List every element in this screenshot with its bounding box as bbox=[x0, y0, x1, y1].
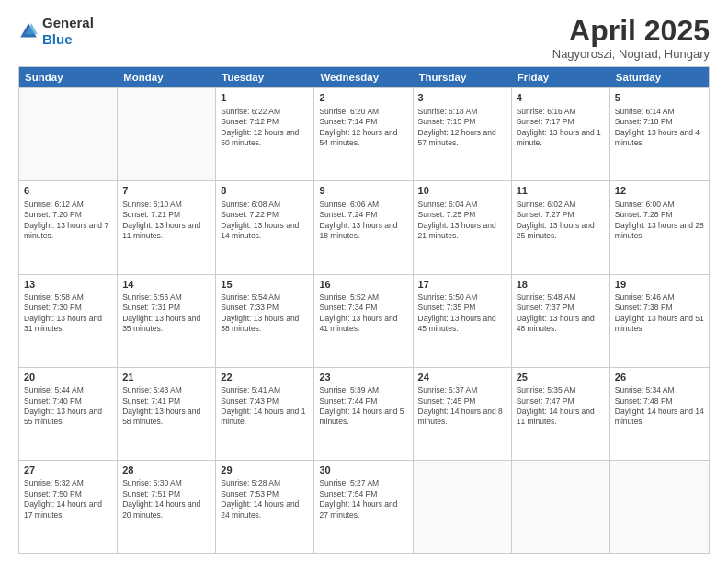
header: General Blue April 2025 Nagyoroszi, Nogr… bbox=[18, 15, 710, 61]
day-number: 18 bbox=[517, 278, 605, 292]
calendar-header-day: Sunday bbox=[19, 67, 118, 87]
calendar-cell: 26Sunrise: 5:34 AM Sunset: 7:48 PM Dayli… bbox=[610, 368, 709, 460]
cell-text: Sunrise: 5:34 AM Sunset: 7:48 PM Dayligh… bbox=[615, 385, 704, 428]
day-number: 2 bbox=[319, 91, 407, 105]
cell-text: Sunrise: 5:28 AM Sunset: 7:53 PM Dayligh… bbox=[221, 478, 309, 521]
calendar-cell: 14Sunrise: 5:56 AM Sunset: 7:31 PM Dayli… bbox=[118, 275, 216, 367]
logo: General Blue bbox=[18, 15, 94, 48]
calendar-header-day: Monday bbox=[118, 67, 216, 87]
calendar-cell: 7Sunrise: 6:10 AM Sunset: 7:21 PM Daylig… bbox=[118, 181, 216, 273]
day-number: 10 bbox=[418, 184, 506, 198]
day-number: 19 bbox=[615, 278, 704, 292]
day-number: 8 bbox=[221, 184, 309, 198]
location-subtitle: Nagyoroszi, Nograd, Hungary bbox=[552, 47, 710, 61]
cell-text: Sunrise: 5:44 AM Sunset: 7:40 PM Dayligh… bbox=[24, 385, 112, 428]
cell-text: Sunrise: 6:22 AM Sunset: 7:12 PM Dayligh… bbox=[221, 107, 309, 149]
calendar-row: 27Sunrise: 5:32 AM Sunset: 7:50 PM Dayli… bbox=[19, 460, 709, 553]
calendar-cell: 21Sunrise: 5:43 AM Sunset: 7:41 PM Dayli… bbox=[118, 368, 216, 460]
day-number: 25 bbox=[517, 371, 605, 385]
title-block: April 2025 Nagyoroszi, Nograd, Hungary bbox=[552, 15, 710, 61]
day-number: 9 bbox=[319, 184, 407, 198]
calendar-cell: 20Sunrise: 5:44 AM Sunset: 7:40 PM Dayli… bbox=[19, 368, 118, 460]
calendar-cell: 18Sunrise: 5:48 AM Sunset: 7:37 PM Dayli… bbox=[512, 275, 610, 367]
calendar-cell: 30Sunrise: 5:27 AM Sunset: 7:54 PM Dayli… bbox=[314, 461, 413, 553]
calendar-cell: 13Sunrise: 5:58 AM Sunset: 7:30 PM Dayli… bbox=[19, 275, 118, 367]
cell-text: Sunrise: 5:52 AM Sunset: 7:34 PM Dayligh… bbox=[319, 293, 407, 335]
month-title: April 2025 bbox=[552, 15, 710, 47]
calendar-cell bbox=[118, 88, 216, 180]
day-number: 28 bbox=[122, 464, 210, 477]
calendar-header-day: Thursday bbox=[414, 67, 512, 87]
cell-text: Sunrise: 5:43 AM Sunset: 7:41 PM Dayligh… bbox=[122, 385, 210, 428]
calendar-cell: 5Sunrise: 6:14 AM Sunset: 7:18 PM Daylig… bbox=[610, 88, 709, 180]
logo-blue: Blue bbox=[42, 31, 73, 47]
calendar-row: 1Sunrise: 6:22 AM Sunset: 7:12 PM Daylig… bbox=[19, 87, 709, 180]
calendar-body: 1Sunrise: 6:22 AM Sunset: 7:12 PM Daylig… bbox=[19, 87, 709, 553]
calendar-cell: 8Sunrise: 6:08 AM Sunset: 7:22 PM Daylig… bbox=[216, 181, 314, 273]
calendar-row: 20Sunrise: 5:44 AM Sunset: 7:40 PM Dayli… bbox=[19, 367, 709, 460]
cell-text: Sunrise: 6:08 AM Sunset: 7:22 PM Dayligh… bbox=[221, 200, 309, 242]
cell-text: Sunrise: 5:54 AM Sunset: 7:33 PM Dayligh… bbox=[221, 293, 309, 335]
calendar-cell: 4Sunrise: 6:16 AM Sunset: 7:17 PM Daylig… bbox=[512, 88, 610, 180]
calendar-cell: 3Sunrise: 6:18 AM Sunset: 7:15 PM Daylig… bbox=[414, 88, 512, 180]
cell-text: Sunrise: 5:41 AM Sunset: 7:43 PM Dayligh… bbox=[221, 385, 309, 428]
cell-text: Sunrise: 6:02 AM Sunset: 7:27 PM Dayligh… bbox=[517, 200, 605, 242]
calendar-header-day: Wednesday bbox=[314, 67, 413, 87]
calendar-cell: 29Sunrise: 5:28 AM Sunset: 7:53 PM Dayli… bbox=[216, 461, 314, 553]
cell-text: Sunrise: 6:00 AM Sunset: 7:28 PM Dayligh… bbox=[615, 200, 704, 242]
day-number: 3 bbox=[418, 91, 506, 105]
calendar-row: 6Sunrise: 6:12 AM Sunset: 7:20 PM Daylig… bbox=[19, 180, 709, 273]
cell-text: Sunrise: 5:37 AM Sunset: 7:45 PM Dayligh… bbox=[418, 385, 506, 428]
cell-text: Sunrise: 5:27 AM Sunset: 7:54 PM Dayligh… bbox=[319, 478, 407, 521]
calendar-cell bbox=[610, 461, 709, 553]
calendar-cell: 19Sunrise: 5:46 AM Sunset: 7:38 PM Dayli… bbox=[610, 275, 709, 367]
cell-text: Sunrise: 5:39 AM Sunset: 7:44 PM Dayligh… bbox=[319, 385, 407, 428]
day-number: 24 bbox=[418, 371, 506, 385]
calendar-cell bbox=[414, 461, 512, 553]
day-number: 11 bbox=[517, 184, 605, 198]
calendar-cell: 15Sunrise: 5:54 AM Sunset: 7:33 PM Dayli… bbox=[216, 275, 314, 367]
cell-text: Sunrise: 5:46 AM Sunset: 7:38 PM Dayligh… bbox=[615, 293, 704, 335]
calendar-cell: 25Sunrise: 5:35 AM Sunset: 7:47 PM Dayli… bbox=[512, 368, 610, 460]
cell-text: Sunrise: 5:48 AM Sunset: 7:37 PM Dayligh… bbox=[517, 293, 605, 335]
calendar-cell: 16Sunrise: 5:52 AM Sunset: 7:34 PM Dayli… bbox=[314, 275, 413, 367]
calendar-cell: 10Sunrise: 6:04 AM Sunset: 7:25 PM Dayli… bbox=[414, 181, 512, 273]
day-number: 12 bbox=[615, 184, 704, 198]
calendar-cell: 12Sunrise: 6:00 AM Sunset: 7:28 PM Dayli… bbox=[610, 181, 709, 273]
day-number: 22 bbox=[221, 371, 309, 385]
cell-text: Sunrise: 6:04 AM Sunset: 7:25 PM Dayligh… bbox=[418, 200, 506, 242]
calendar-row: 13Sunrise: 5:58 AM Sunset: 7:30 PM Dayli… bbox=[19, 274, 709, 367]
day-number: 15 bbox=[221, 278, 309, 292]
cell-text: Sunrise: 6:20 AM Sunset: 7:14 PM Dayligh… bbox=[319, 107, 407, 149]
calendar-cell: 2Sunrise: 6:20 AM Sunset: 7:14 PM Daylig… bbox=[314, 88, 413, 180]
day-number: 13 bbox=[24, 278, 112, 292]
logo-icon bbox=[18, 21, 39, 41]
day-number: 1 bbox=[221, 91, 309, 105]
cell-text: Sunrise: 5:58 AM Sunset: 7:30 PM Dayligh… bbox=[24, 293, 112, 335]
calendar-cell: 28Sunrise: 5:30 AM Sunset: 7:51 PM Dayli… bbox=[118, 461, 216, 553]
day-number: 29 bbox=[221, 464, 309, 477]
calendar-cell: 17Sunrise: 5:50 AM Sunset: 7:35 PM Dayli… bbox=[414, 275, 512, 367]
day-number: 17 bbox=[418, 278, 506, 292]
calendar-header-day: Tuesday bbox=[216, 67, 314, 87]
cell-text: Sunrise: 5:30 AM Sunset: 7:51 PM Dayligh… bbox=[122, 478, 210, 521]
calendar-header-day: Friday bbox=[512, 67, 610, 87]
day-number: 27 bbox=[24, 464, 112, 477]
calendar-cell bbox=[512, 461, 610, 553]
calendar-cell: 6Sunrise: 6:12 AM Sunset: 7:20 PM Daylig… bbox=[19, 181, 118, 273]
calendar-cell bbox=[19, 88, 118, 180]
calendar-cell: 27Sunrise: 5:32 AM Sunset: 7:50 PM Dayli… bbox=[19, 461, 118, 553]
day-number: 23 bbox=[319, 371, 407, 385]
logo-general: General bbox=[42, 15, 94, 30]
cell-text: Sunrise: 6:12 AM Sunset: 7:20 PM Dayligh… bbox=[24, 200, 112, 242]
calendar-header-day: Saturday bbox=[610, 67, 709, 87]
calendar-cell: 11Sunrise: 6:02 AM Sunset: 7:27 PM Dayli… bbox=[512, 181, 610, 273]
calendar-cell: 1Sunrise: 6:22 AM Sunset: 7:12 PM Daylig… bbox=[216, 88, 314, 180]
cell-text: Sunrise: 6:10 AM Sunset: 7:21 PM Dayligh… bbox=[122, 200, 210, 242]
cell-text: Sunrise: 6:06 AM Sunset: 7:24 PM Dayligh… bbox=[319, 200, 407, 242]
day-number: 30 bbox=[319, 464, 407, 477]
day-number: 21 bbox=[122, 371, 210, 385]
day-number: 26 bbox=[615, 371, 704, 385]
cell-text: Sunrise: 5:50 AM Sunset: 7:35 PM Dayligh… bbox=[418, 293, 506, 335]
cell-text: Sunrise: 6:14 AM Sunset: 7:18 PM Dayligh… bbox=[615, 107, 704, 149]
